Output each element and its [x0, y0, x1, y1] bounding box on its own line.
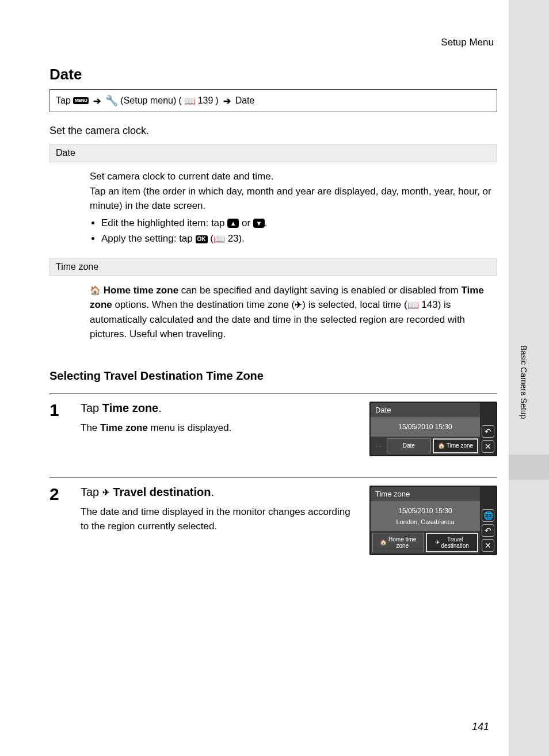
step-1: 1 Tap Time zone. The Time zone menu is d… — [49, 393, 497, 477]
undo-icon[interactable]: ↶ — [482, 425, 494, 438]
menu-icon: MENU — [73, 97, 89, 104]
plane-icon: ✈ — [295, 299, 302, 312]
camera-screen-1: Date 15/05/2010 15:30 - - Date 🏠 Time zo… — [369, 402, 497, 456]
side-tab-label: Basic Camera Setup — [519, 345, 528, 419]
nav-ref-page: 139 — [198, 96, 214, 106]
down-arrow-icon: ▼ — [253, 219, 265, 228]
screen-tab-dash[interactable]: - - — [372, 438, 385, 453]
tz-section-label: Time zone — [49, 258, 497, 276]
screen-tab-travel[interactable]: ✈ Traveldestination — [426, 533, 479, 552]
page-number: 141 — [472, 721, 489, 733]
ok-icon: OK — [196, 235, 208, 243]
plane-icon: ✈ — [102, 487, 110, 498]
screen-tab-timezone[interactable]: 🏠 Time zone — [433, 438, 478, 453]
nav-setup-label: (Setup menu) — [120, 96, 176, 106]
screen-title: Time zone — [371, 487, 480, 501]
page-title: Date — [49, 66, 497, 83]
side-tab: Basic Camera Setup — [509, 339, 549, 483]
step-title: Tap ✈ Travel destination. — [81, 486, 359, 499]
nav-target: Date — [235, 96, 255, 106]
home-icon: 🏠 — [438, 442, 445, 449]
nav-tap-label: Tap — [56, 96, 71, 106]
close-icon[interactable]: ✕ — [482, 440, 494, 453]
screen-title: Date — [371, 403, 480, 417]
date-p1: Set camera clock to current date and tim… — [90, 169, 491, 184]
screen-datetime: 15/05/2010 15:30 — [375, 507, 475, 515]
side-tab-block — [509, 455, 549, 480]
date-p2: Tap an item (the order in which day, mon… — [90, 184, 491, 213]
home-icon: 🏠 — [380, 539, 387, 545]
date-bullet-2: Apply the setting: tap OK (📖 23). — [101, 231, 491, 246]
book-icon: 📖 — [214, 232, 225, 246]
subsection-heading: Selecting Travel Destination Time Zone — [49, 369, 497, 383]
intro-text: Set the camera clock. — [49, 125, 497, 137]
camera-screen-2: Time zone 15/05/2010 15:30 London, Casab… — [369, 486, 497, 555]
arrow-icon: ➔ — [93, 96, 101, 106]
screen-location: London, Casablanca — [375, 518, 475, 525]
up-arrow-icon: ▲ — [227, 219, 239, 228]
step-title: Tap Time zone. — [81, 402, 359, 415]
step-number: 1 — [49, 402, 70, 419]
nav-ref-open: ( — [178, 96, 181, 106]
undo-icon[interactable]: ↶ — [482, 524, 494, 537]
screen-tab-home[interactable]: 🏠 Home timezone — [372, 533, 424, 552]
plane-icon: ✈ — [435, 539, 440, 545]
screen-datetime: 15/05/2010 15:30 — [371, 417, 480, 437]
book-icon: 📖 — [184, 96, 196, 106]
step-body: The Time zone menu is displayed. — [81, 421, 359, 436]
nav-path-box: Tap MENU ➔ 🔧 (Setup menu) ( 📖 139 ) ➔ Da… — [49, 89, 497, 112]
arrow-icon: ➔ — [223, 96, 231, 106]
step-body: The date and time displayed in the monit… — [81, 505, 359, 534]
screen-content: 15/05/2010 15:30 London, Casablanca — [371, 501, 480, 531]
manual-page: Setup Menu Date Tap MENU ➔ 🔧 (Setup menu… — [0, 0, 509, 756]
globe-icon[interactable]: 🌐 — [482, 509, 494, 522]
date-section-body: Set camera clock to current date and tim… — [49, 162, 497, 258]
step-content: Tap ✈ Travel destination. The date and t… — [81, 486, 359, 534]
tz-section-body: 🏠 Home time zone can be specified and da… — [49, 276, 497, 352]
home-icon: 🏠 — [90, 284, 101, 297]
step-2: 2 Tap ✈ Travel destination. The date and… — [49, 477, 497, 576]
date-section-label: Date — [49, 144, 497, 162]
nav-ref-close: ) — [215, 96, 218, 106]
date-bullet-1: Edit the highlighted item: tap ▲ or ▼. — [101, 216, 491, 231]
close-icon[interactable]: ✕ — [482, 539, 494, 552]
step-content: Tap Time zone. The Time zone menu is dis… — [81, 402, 359, 436]
header-section-label: Setup Menu — [49, 37, 497, 48]
screen-tab-date[interactable]: Date — [387, 438, 431, 453]
step-number: 2 — [49, 486, 70, 503]
book-icon: 📖 — [407, 299, 419, 312]
wrench-icon: 🔧 — [105, 94, 118, 107]
